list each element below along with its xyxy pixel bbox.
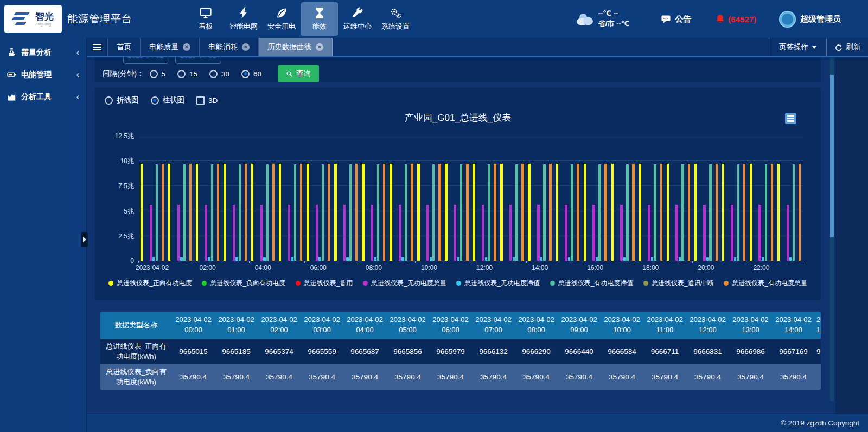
bar-series-7[interactable]: [604, 164, 607, 261]
bar-series-7[interactable]: [355, 164, 358, 261]
bar-series-5[interactable]: [654, 164, 656, 261]
user-menu[interactable]: 超级管理员: [779, 11, 841, 28]
bar-series-0[interactable]: [279, 164, 281, 261]
bar-series-5[interactable]: [156, 164, 158, 261]
bar-series-5[interactable]: [349, 164, 352, 261]
bar-series-0[interactable]: [390, 164, 392, 261]
refresh-button[interactable]: 刷新: [826, 38, 868, 56]
bar-series-5[interactable]: [432, 164, 435, 261]
tab-energy-consumption[interactable]: 电能消耗✕: [200, 38, 259, 56]
bar-series-4[interactable]: [734, 257, 736, 261]
bar-series-7[interactable]: [771, 164, 773, 261]
legend-item[interactable]: 总进线仪表_通讯中断: [643, 279, 714, 288]
bar-series-4[interactable]: [208, 257, 210, 261]
notice-button[interactable]: 公告: [661, 14, 691, 24]
bar-series-0[interactable]: [473, 164, 475, 261]
bar-series-7[interactable]: [632, 164, 634, 261]
bar-series-0[interactable]: [722, 164, 724, 261]
interval-radio-30[interactable]: 30: [209, 70, 229, 78]
bar-series-7[interactable]: [300, 164, 302, 261]
legend-item[interactable]: 总进线仪表_无功电度总量: [363, 279, 446, 288]
legend-item[interactable]: 总进线仪表_正向有功电度: [108, 279, 192, 288]
bar-series-4[interactable]: [789, 257, 792, 261]
tab-operations-dropdown[interactable]: 页签操作: [769, 38, 826, 56]
bar-series-5[interactable]: [460, 164, 462, 261]
bar-series-7[interactable]: [549, 164, 551, 261]
bar-series-4[interactable]: [651, 257, 653, 261]
bar-series-0[interactable]: [307, 164, 309, 261]
bar-series-4[interactable]: [401, 257, 404, 261]
bar-series-4[interactable]: [263, 257, 265, 261]
bar-series-7[interactable]: [272, 164, 275, 261]
bar-series-5[interactable]: [183, 164, 186, 261]
bar-series-0[interactable]: [750, 164, 752, 261]
tab-home[interactable]: 首页: [108, 38, 141, 56]
bar-series-5[interactable]: [737, 164, 739, 261]
bar-series-4[interactable]: [623, 257, 626, 261]
interval-radio-5[interactable]: 5: [150, 70, 166, 78]
bar-series-0[interactable]: [362, 164, 364, 261]
bar-series-0[interactable]: [196, 164, 198, 261]
bar-series-7[interactable]: [660, 164, 662, 261]
bar-series-0[interactable]: [141, 164, 143, 261]
bar-series-4[interactable]: [485, 257, 487, 261]
bar-series-3[interactable]: [177, 205, 180, 261]
bar-series-4[interactable]: [374, 257, 376, 261]
bar-series-7[interactable]: [217, 164, 219, 261]
bar-series-7[interactable]: [494, 164, 496, 261]
bar-series-4[interactable]: [540, 257, 542, 261]
bar-series-0[interactable]: [500, 164, 502, 261]
bar-series-3[interactable]: [648, 205, 650, 261]
bar-series-4[interactable]: [180, 257, 182, 261]
nav-item-dashboard[interactable]: 看板: [187, 2, 224, 36]
vertical-scrollbar-thumb[interactable]: [830, 75, 834, 237]
bar-series-0[interactable]: [556, 164, 558, 261]
bar-series-4[interactable]: [318, 257, 321, 261]
bar-series-3[interactable]: [371, 205, 373, 261]
bar-series-3[interactable]: [233, 205, 235, 261]
bar-series-3[interactable]: [150, 205, 152, 261]
bar-series-4[interactable]: [679, 257, 681, 261]
sidebar-collapse-handle[interactable]: [81, 232, 88, 247]
bar-series-7[interactable]: [383, 164, 385, 261]
close-icon[interactable]: ✕: [316, 43, 323, 51]
bar-series-4[interactable]: [457, 257, 459, 261]
bar-series-3[interactable]: [509, 205, 512, 261]
bar-series-5[interactable]: [239, 164, 241, 261]
bar-series-4[interactable]: [235, 257, 238, 261]
bar-series-5[interactable]: [793, 164, 795, 261]
bar-series-5[interactable]: [681, 164, 684, 261]
bar-series-3[interactable]: [565, 205, 567, 261]
interval-radio-60[interactable]: 60: [241, 70, 261, 78]
bar-series-3[interactable]: [260, 205, 263, 261]
bar-series-0[interactable]: [445, 164, 447, 261]
bar-series-3[interactable]: [703, 205, 705, 261]
bar-series-7[interactable]: [245, 164, 247, 261]
bar-series-5[interactable]: [322, 164, 324, 261]
bar-series-4[interactable]: [152, 257, 155, 261]
nav-item-ops-center[interactable]: 运维中心: [339, 2, 376, 36]
bar-series-5[interactable]: [598, 164, 601, 261]
nav-item-system-settings[interactable]: 系统设置: [377, 2, 414, 36]
bar-series-7[interactable]: [411, 164, 413, 261]
bar-series-3[interactable]: [426, 205, 429, 261]
bar-series-3[interactable]: [482, 205, 484, 261]
bar-series-5[interactable]: [211, 164, 213, 261]
bar-series-0[interactable]: [417, 164, 419, 261]
bar-series-5[interactable]: [571, 164, 573, 261]
nav-item-smart-grid[interactable]: 智能电网: [225, 2, 262, 36]
bar-series-7[interactable]: [577, 164, 579, 261]
close-icon[interactable]: ✕: [242, 43, 250, 51]
bar-series-0[interactable]: [334, 164, 336, 261]
bar-series-4[interactable]: [568, 257, 570, 261]
bar-series-0[interactable]: [584, 164, 586, 261]
sidebar-item-demand-analysis[interactable]: 需量分析‹: [0, 41, 86, 63]
bar-series-7[interactable]: [466, 164, 468, 261]
bar-series-0[interactable]: [667, 164, 669, 261]
legend-item[interactable]: 总进线仪表_无功电度净值: [456, 279, 540, 288]
bar-series-5[interactable]: [405, 164, 407, 261]
bar-series-5[interactable]: [709, 164, 711, 261]
tab-power-quality[interactable]: 电能质量✕: [141, 38, 200, 56]
bar-series-4[interactable]: [762, 257, 764, 261]
bar-series-3[interactable]: [454, 205, 456, 261]
